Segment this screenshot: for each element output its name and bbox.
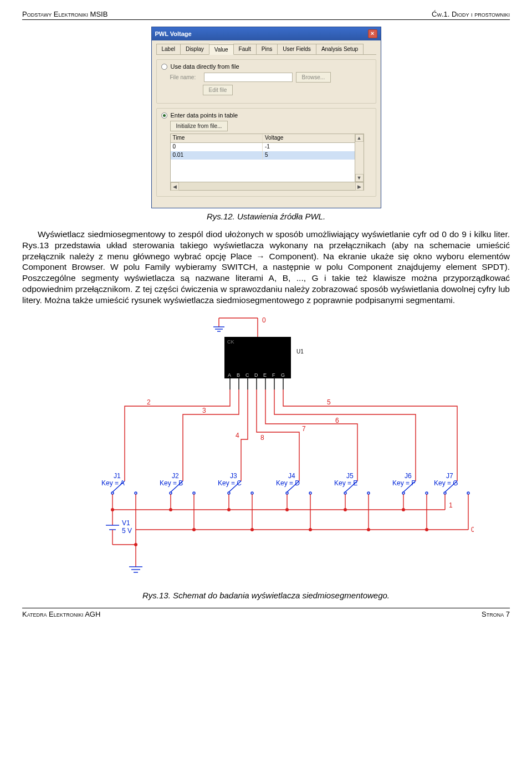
dialog-titlebar: PWL Voltage × — [152, 27, 381, 40]
switch-j4: J4 Key = D — [276, 472, 311, 494]
svg-text:7: 7 — [302, 425, 306, 433]
switch-j3: J3 Key = C — [218, 472, 253, 494]
svg-point-51 — [367, 492, 370, 494]
ck-label: CK — [227, 339, 234, 345]
svg-text:J3: J3 — [230, 472, 237, 480]
svg-point-40 — [228, 492, 230, 494]
svg-text:C: C — [245, 372, 249, 378]
svg-text:B: B — [237, 372, 240, 378]
tab-display[interactable]: Display — [180, 44, 209, 54]
close-button[interactable]: × — [368, 29, 377, 38]
svg-text:J5: J5 — [346, 472, 354, 480]
tab-user-fields[interactable]: User Fields — [277, 44, 316, 54]
svg-text:J1: J1 — [114, 472, 121, 480]
radio-table[interactable] — [161, 112, 167, 119]
footer-left: Katedra Elektroniki AGH — [22, 610, 100, 618]
svg-point-101 — [134, 543, 137, 546]
figure13-caption: Rys.13. Schemat do badania wyświetlacza … — [22, 591, 510, 600]
switch-j6: J6 Key = F — [392, 472, 428, 494]
svg-text:D: D — [254, 372, 258, 378]
pwl-dialog: PWL Voltage × Label Display Value Fault … — [151, 27, 381, 208]
tab-label[interactable]: Label — [156, 44, 181, 54]
browse-button[interactable]: Browse... — [296, 72, 331, 83]
col-voltage[interactable]: Voltage — [263, 134, 355, 142]
svg-text:1: 1 — [449, 501, 453, 509]
header-left: Podstawy Elektroniki MSIB — [22, 10, 108, 18]
svg-point-41 — [251, 492, 253, 494]
edit-file-button[interactable]: Edit file — [203, 85, 233, 95]
switch-j7: J7 Key = G — [434, 472, 469, 494]
svg-text:E: E — [263, 372, 267, 378]
svg-text:Key = B: Key = B — [160, 479, 183, 487]
cell-volt-0[interactable]: -1 — [263, 143, 355, 151]
svg-point-55 — [402, 492, 405, 494]
svg-text:A: A — [228, 372, 231, 378]
svg-point-45 — [286, 492, 288, 494]
pwl-dialog-figure: PWL Voltage × Label Display Value Fault … — [22, 27, 510, 208]
figure13-schematic: CK U1 A B C D E F G 0 — [22, 315, 510, 586]
svg-text:J7: J7 — [446, 472, 453, 480]
figure12-caption: Rys.12. Ustawienia źródła PWL. — [22, 212, 510, 221]
svg-text:8: 8 — [260, 434, 264, 442]
header-right: Ćw.1. Diody i prostowniki — [432, 10, 510, 18]
svg-text:J4: J4 — [288, 472, 295, 480]
main-paragraph: Wyświetlacz siedmiosegmentowy to zespól … — [22, 229, 510, 306]
col-time[interactable]: Time — [171, 134, 263, 142]
svg-text:2: 2 — [147, 398, 151, 406]
svg-text:J6: J6 — [405, 472, 412, 480]
radio-file-row[interactable]: Use data directly from file — [161, 63, 371, 70]
page-footer: Katedra Elektroniki AGH Strona 7 — [22, 608, 510, 618]
svg-text:V1: V1 — [122, 519, 130, 527]
svg-text:5: 5 — [327, 398, 331, 406]
dialog-tabs: Label Display Value Fault Pins User Fiel… — [156, 44, 376, 55]
svg-text:5 V: 5 V — [122, 527, 132, 535]
table-row[interactable]: 0.01 5 — [171, 151, 355, 160]
cell-time-0[interactable]: 0 — [171, 143, 263, 151]
scroll-right-icon[interactable]: ▶ — [355, 182, 364, 191]
svg-text:G: G — [281, 372, 285, 378]
svg-text:0: 0 — [262, 316, 266, 324]
svg-point-50 — [344, 492, 346, 494]
u1-label: U1 — [296, 348, 304, 355]
switch-j2: J2 Key = B — [160, 472, 195, 494]
svg-text:4: 4 — [236, 432, 239, 439]
radio-table-row[interactable]: Enter data points in table — [161, 112, 371, 119]
data-points-table[interactable]: Time Voltage 0 -1 0.01 5 — [170, 134, 364, 191]
file-name-label: File name: — [170, 74, 201, 80]
switch-j1: J1 Key = A — [101, 472, 137, 494]
radio-table-label: Enter data points in table — [171, 112, 238, 119]
schematic-svg: CK U1 A B C D E F G 0 — [58, 315, 474, 586]
svg-text:6: 6 — [335, 417, 339, 424]
radio-file-label: Use data directly from file — [171, 63, 239, 70]
initialize-from-file-button[interactable]: Initialize from file... — [170, 121, 228, 131]
svg-text:Key = G: Key = G — [434, 479, 458, 487]
tab-fault[interactable]: Fault — [233, 44, 257, 54]
svg-text:Key = C: Key = C — [218, 479, 242, 487]
cell-volt-1[interactable]: 5 — [263, 151, 355, 160]
footer-right: Strona 7 — [482, 610, 510, 618]
svg-text:Key = D: Key = D — [276, 479, 300, 487]
svg-text:Key = E: Key = E — [334, 479, 357, 487]
scroll-down-icon[interactable]: ▼ — [355, 174, 364, 182]
cell-time-1[interactable]: 0.01 — [171, 151, 263, 160]
file-source-group: Use data directly from file File name: B… — [156, 59, 376, 104]
page-header: Podstawy Elektroniki MSIB Ćw.1. Diody i … — [22, 10, 510, 20]
scroll-up-icon[interactable]: ▲ — [355, 134, 364, 142]
svg-point-60 — [444, 492, 446, 494]
table-row[interactable]: 0 -1 — [171, 143, 355, 151]
svg-point-31 — [135, 492, 137, 494]
scroll-left-icon[interactable]: ◀ — [171, 182, 179, 191]
svg-text:Key = A: Key = A — [101, 479, 125, 487]
svg-point-61 — [467, 492, 469, 494]
tab-analysis-setup[interactable]: Analysis Setup — [316, 44, 364, 54]
svg-text:0: 0 — [471, 526, 474, 534]
tab-value[interactable]: Value — [209, 44, 234, 55]
dialog-title: PWL Voltage — [155, 30, 192, 37]
svg-text:3: 3 — [202, 407, 206, 414]
hscrollbar[interactable]: ◀ ▶ — [171, 182, 364, 190]
file-name-field[interactable] — [204, 73, 293, 82]
svg-point-46 — [309, 492, 311, 494]
vscrollbar[interactable]: ▲ ▼ — [355, 134, 364, 182]
radio-file[interactable] — [161, 64, 167, 70]
tab-pins[interactable]: Pins — [256, 44, 278, 54]
